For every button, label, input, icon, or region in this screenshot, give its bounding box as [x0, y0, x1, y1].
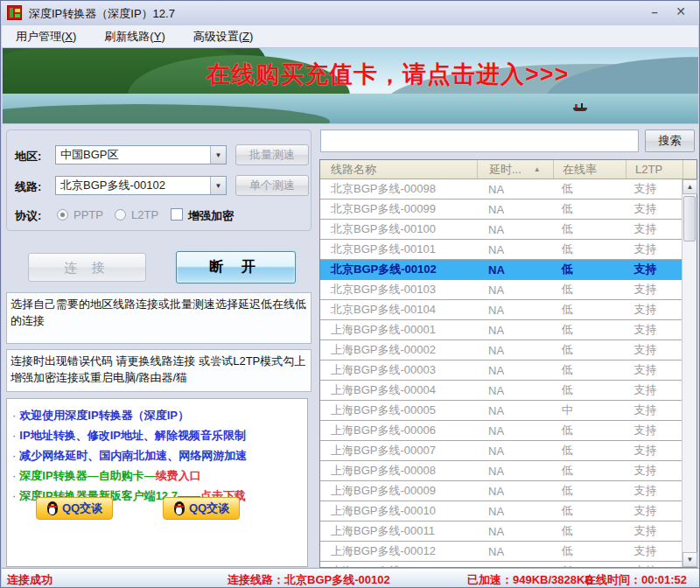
table-row-selected[interactable]: 北京BGP多线-00102NA低支持 [320, 260, 682, 280]
status-connected-line: 连接线路：北京BGP多线-00102 [228, 572, 390, 588]
table-row[interactable]: 上海BGP多线-00008NA低支持 [320, 461, 682, 481]
table-row[interactable]: 北京BGP多线-00101NA低支持 [320, 240, 682, 260]
column-header-name[interactable]: 线路名称 [320, 160, 478, 178]
ad-banner[interactable]: 在线购买充值卡，请点击进入>>> [3, 48, 698, 123]
region-select[interactable]: 中国BGP区 ▼ [55, 145, 227, 164]
table-row[interactable]: 上海BGP多线-00005NA中支持 [320, 401, 682, 421]
connection-settings-group: 地区: 中国BGP区 ▼ 批量测速 线路: 北京BGP多线-00102 ▼ 单个… [6, 130, 312, 231]
batch-speedtest-button[interactable]: 批量测速 [235, 144, 309, 165]
l2tp-radio-label: L2TP [131, 208, 158, 221]
tip-select-line: 选择自己需要的地区线路连接或批量测速选择延迟低在线低的连接 [6, 292, 312, 344]
table-row[interactable]: 上海BGP多线-00003NA低支持 [320, 360, 682, 381]
column-header-rate[interactable]: 在线率 [554, 160, 626, 178]
menu-item[interactable]: 高级设置(Z) [185, 26, 262, 47]
column-header-l2tp[interactable]: L2TP [626, 160, 683, 178]
tip-error-help: 连接时出现错误代码 请更换线路连接 或尝试L2TP模式勾上增强加密连接或重启电脑… [6, 349, 312, 392]
table-row[interactable]: 上海BGP多线-00004NA低支持 [320, 381, 682, 401]
notice-item: ·IP地址转换、修改IP地址、解除视频音乐限制 [7, 425, 307, 445]
table-body: 北京BGP多线-00098NA低支持北京BGP多线-00099NA低支持北京BG… [320, 179, 682, 567]
notice-list: ·欢迎使用深度IP转换器（深度IP）·IP地址转换、修改IP地址、解除视频音乐限… [7, 399, 307, 506]
region-label: 地区: [15, 149, 41, 164]
menu-bar: 用户管理(X)刷新线路(Y)高级设置(Z) [2, 25, 698, 48]
qq-chat-label: QQ交谈 [189, 500, 229, 516]
scroll-down-icon[interactable]: ▼ [682, 552, 697, 567]
status-bar: 连接成功 连接线路：北京BGP多线-00102 已加速：949KB/3828KB… [2, 568, 699, 588]
table-row[interactable]: 北京BGP多线-00103NA低支持 [320, 280, 682, 300]
qq-chat-button[interactable]: QQ交谈 [163, 497, 240, 520]
status-text: 连接成功 [7, 572, 52, 588]
search-button[interactable]: 搜索 [645, 130, 695, 152]
column-header-delay[interactable]: 延时... ▲ [478, 160, 554, 178]
app-window: 深度IP转换器（深度IP）12.7 – ✕ 用户管理(X)刷新线路(Y)高级设置… [0, 0, 700, 588]
table-row[interactable]: 北京BGP多线-00100NA低支持 [320, 220, 682, 240]
table-row[interactable]: 上海BGP多线-00012NA低支持 [320, 542, 682, 562]
single-speedtest-button[interactable]: 单个测速 [235, 175, 309, 196]
table-row[interactable]: 上海BGP多线-00013NA低支持 [320, 562, 682, 567]
menu-item[interactable]: 用户管理(X) [7, 26, 85, 47]
pptp-radio-label: PPTP [74, 208, 103, 221]
vertical-scrollbar[interactable]: ▲ ▼ [682, 179, 696, 567]
connect-button[interactable]: 连 接 [28, 253, 146, 282]
region-select-value: 中国BGP区 [56, 147, 210, 163]
minimize-button[interactable]: – [643, 4, 666, 21]
banner-boat [573, 108, 587, 111]
scrollbar-thumb[interactable] [683, 196, 696, 242]
table-row[interactable]: 上海BGP多线-00010NA低支持 [320, 501, 682, 522]
table-row[interactable]: 上海BGP多线-00002NA低支持 [320, 340, 682, 360]
disconnect-button[interactable]: 断 开 [176, 251, 296, 284]
enhanced-encryption-label: 增强加密 [188, 208, 234, 224]
protocol-label: 协议: [15, 208, 41, 224]
enhanced-encryption-checkbox[interactable] [171, 208, 183, 220]
table-header: 线路名称 延时... ▲ 在线率 L2TP [320, 160, 696, 179]
status-online-time: 在线时间：00:01:52 [584, 572, 687, 588]
notice-item: ·深度IP转换器—自助购卡—续费入口 [7, 466, 307, 486]
notice-link[interactable]: 续费入口 [156, 469, 201, 482]
main-content: 地区: 中国BGP区 ▼ 批量测速 线路: 北京BGP多线-00102 ▼ 单个… [2, 123, 699, 567]
notice-item: ·欢迎使用深度IP转换器（深度IP） [7, 405, 307, 425]
table-row[interactable]: 北京BGP多线-00099NA低支持 [320, 200, 682, 220]
ad-banner-text[interactable]: 在线购买充值卡，请点击进入>>> [206, 59, 569, 90]
notice-box: ·欢迎使用深度IP转换器（深度IP）·IP地址转换、修改IP地址、解除视频音乐限… [6, 398, 308, 567]
table-row[interactable]: 上海BGP多线-00009NA低支持 [320, 481, 682, 501]
table-row[interactable]: 北京BGP多线-00104NA低支持 [320, 300, 682, 320]
table-row[interactable]: 上海BGP多线-00006NA低支持 [320, 421, 682, 441]
chevron-down-icon[interactable]: ▼ [210, 177, 226, 194]
search-input[interactable] [320, 130, 639, 152]
line-select-value: 北京BGP多线-00102 [56, 178, 210, 193]
line-label: 线路: [15, 179, 41, 195]
table-row[interactable]: 上海BGP多线-00007NA低支持 [320, 441, 682, 461]
title-bar[interactable]: 深度IP转换器（深度IP）12.7 – ✕ [1, 1, 700, 25]
scroll-up-icon[interactable]: ▲ [682, 179, 697, 194]
table-row[interactable]: 上海BGP多线-00011NA低支持 [320, 522, 682, 542]
status-speed: 已加速：949KB/3828KB [467, 572, 593, 588]
table-row[interactable]: 北京BGP多线-00098NA低支持 [320, 179, 682, 200]
qq-penguin-icon [46, 501, 59, 516]
table-row[interactable]: 上海BGP多线-00001NA低支持 [320, 320, 682, 340]
close-icon[interactable]: ✕ [669, 4, 692, 21]
app-icon [7, 5, 22, 20]
menu-item[interactable]: 刷新线路(Y) [95, 26, 173, 47]
qq-penguin-icon [173, 501, 186, 516]
chevron-down-icon[interactable]: ▼ [210, 146, 226, 164]
pptp-radio[interactable] [57, 209, 68, 220]
qq-chat-label: QQ交谈 [62, 500, 102, 516]
qq-chat-button[interactable]: QQ交谈 [36, 497, 113, 520]
line-select[interactable]: 北京BGP多线-00102 ▼ [55, 176, 227, 195]
window-title: 深度IP转换器（深度IP）12.7 [29, 6, 175, 22]
l2tp-radio[interactable] [115, 209, 126, 220]
line-table: 线路名称 延时... ▲ 在线率 L2TP 北京BGP多线-00098NA低支持… [319, 159, 697, 568]
notice-item: ·减少网络延时、国内南北加速、网络网游加速 [7, 445, 307, 466]
sort-ascending-icon: ▲ [534, 165, 541, 173]
